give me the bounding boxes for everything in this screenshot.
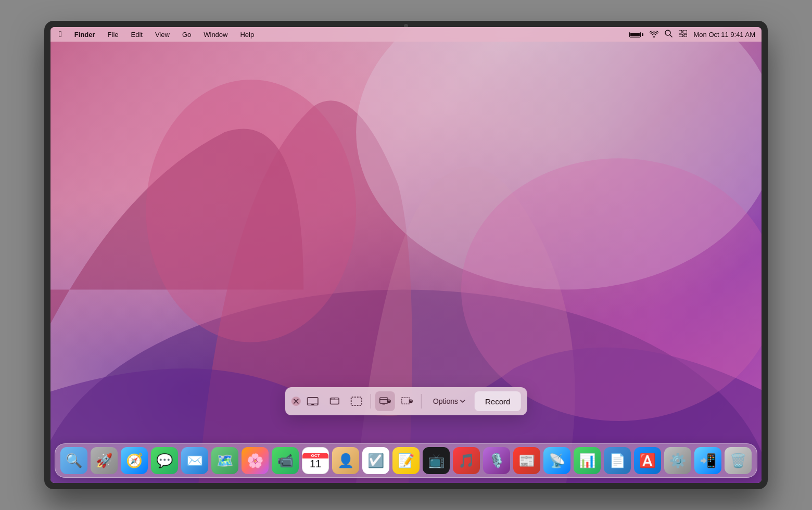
menubar-view[interactable]: View: [153, 30, 172, 40]
screenshot-toolbar: Options Record: [285, 387, 527, 415]
dock-item-news[interactable]: 📰: [513, 447, 540, 474]
wifi-icon[interactable]: [650, 30, 658, 39]
svg-point-18: [333, 399, 334, 400]
dock-item-airdrop[interactable]: 📡: [543, 447, 570, 474]
menubar-right: Mon Oct 11 9:41 AM: [629, 30, 755, 39]
dock-item-photos[interactable]: 🌸: [242, 447, 269, 474]
control-center-icon[interactable]: [679, 30, 687, 39]
toolbar-separator-1: [371, 394, 371, 409]
svg-rect-20: [351, 397, 362, 405]
dock-item-reminders[interactable]: ☑️: [362, 447, 389, 474]
dock-item-mail[interactable]: ✉️: [181, 447, 208, 474]
dock-item-airdropreceive[interactable]: 📲: [694, 447, 721, 474]
menubar-help[interactable]: Help: [238, 30, 256, 40]
battery-body: [629, 32, 641, 37]
options-label: Options: [433, 397, 458, 405]
screen:  Finder File Edit View Go Window Help: [50, 27, 762, 483]
menubar:  Finder File Edit View Go Window Help: [50, 27, 762, 42]
svg-rect-14: [311, 404, 314, 405]
battery-tip: [642, 33, 643, 36]
dock-item-facetime[interactable]: 📹: [272, 447, 299, 474]
macbook-frame:  Finder File Edit View Go Window Help: [44, 21, 768, 489]
svg-rect-26: [402, 398, 410, 404]
apple-menu[interactable]: : [57, 29, 64, 40]
capture-window-button[interactable]: [325, 391, 345, 411]
dock-item-appstore[interactable]: 🅰️: [634, 447, 661, 474]
menubar-edit[interactable]: Edit: [129, 30, 145, 40]
search-icon[interactable]: [665, 30, 673, 39]
svg-point-2: [146, 80, 356, 342]
menubar-window[interactable]: Window: [201, 30, 230, 40]
svg-point-17: [331, 399, 332, 400]
svg-rect-23: [383, 404, 385, 405]
menubar-file[interactable]: File: [106, 30, 121, 40]
dock-item-finder[interactable]: 🔍: [60, 447, 87, 474]
svg-rect-7: [683, 30, 687, 33]
battery-fill: [630, 33, 640, 36]
record-portion-button[interactable]: [397, 391, 417, 411]
svg-rect-6: [679, 30, 682, 33]
dock-item-calendar[interactable]: OCT 11: [302, 447, 329, 474]
close-button[interactable]: [291, 397, 301, 406]
dock-item-pages[interactable]: 📄: [604, 447, 631, 474]
dock-item-appletv[interactable]: 📺: [423, 447, 450, 474]
record-label: Record: [485, 397, 510, 406]
dock-item-contacts[interactable]: 👤: [332, 447, 359, 474]
dock: 🔍🚀🧭💬✉️🗺️🌸📹 OCT 11 👤☑️📝📺🎵🎙️📰📡📊📄🅰️⚙️📲🗑️: [55, 443, 757, 478]
svg-point-25: [388, 400, 390, 402]
dock-item-launchpad[interactable]: 🚀: [91, 447, 118, 474]
svg-rect-21: [380, 398, 388, 403]
dock-item-safari[interactable]: 🧭: [121, 447, 148, 474]
svg-point-28: [410, 400, 412, 402]
toolbar-separator-2: [421, 394, 422, 409]
menubar-left:  Finder File Edit View Go Window Help: [57, 29, 256, 40]
svg-rect-9: [684, 34, 687, 37]
dock-item-trash[interactable]: 🗑️: [725, 447, 752, 474]
record-button[interactable]: Record: [475, 391, 521, 411]
capture-entire-screen-button[interactable]: [303, 391, 323, 411]
menubar-go[interactable]: Go: [180, 30, 193, 40]
options-button[interactable]: Options: [426, 391, 473, 411]
svg-point-19: [334, 399, 335, 400]
dock-item-music[interactable]: 🎵: [453, 447, 480, 474]
capture-portion-button[interactable]: [347, 391, 366, 411]
datetime: Mon Oct 11 9:41 AM: [693, 31, 755, 39]
dock-item-notes[interactable]: 📝: [392, 447, 420, 474]
battery-icon: [629, 32, 643, 37]
dock-item-maps[interactable]: 🗺️: [211, 447, 238, 474]
dock-item-podcasts[interactable]: 🎙️: [483, 447, 510, 474]
menubar-finder[interactable]: Finder: [72, 30, 97, 40]
svg-line-5: [670, 35, 672, 37]
record-screen-button[interactable]: [375, 391, 395, 411]
svg-rect-8: [679, 34, 683, 37]
dock-item-numbers[interactable]: 📊: [574, 447, 601, 474]
dock-item-messages[interactable]: 💬: [151, 447, 178, 474]
svg-point-3: [461, 158, 762, 421]
dock-item-settings[interactable]: ⚙️: [664, 447, 691, 474]
